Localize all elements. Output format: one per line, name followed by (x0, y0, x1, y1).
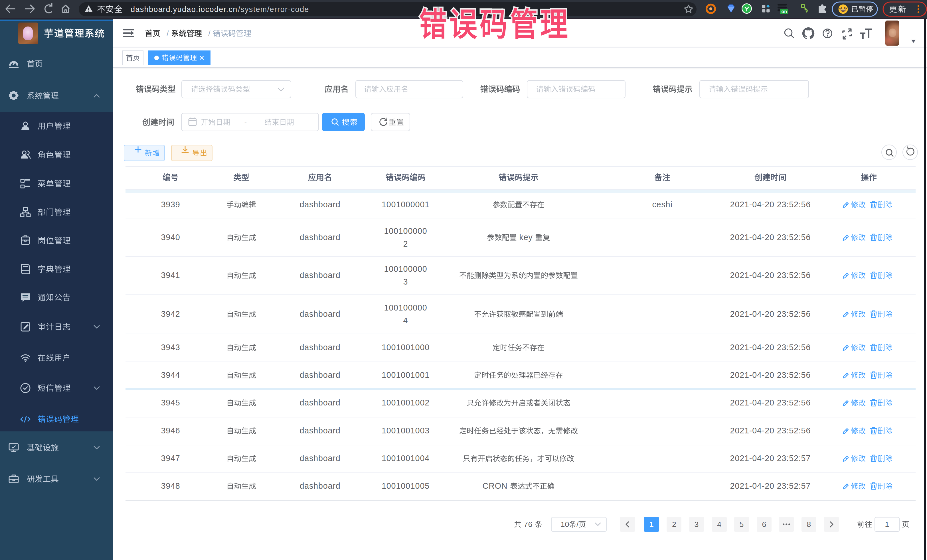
svg-text:dashboard: dashboard (299, 200, 340, 209)
svg-text:3941: 3941 (161, 270, 180, 280)
svg-text:2021-04-20 23:52:57: 2021-04-20 23:52:57 (730, 481, 811, 490)
svg-text:1001001004: 1001001004 (381, 454, 430, 463)
svg-text:3944: 3944 (161, 370, 180, 379)
svg-text:1001000001: 1001000001 (381, 200, 430, 209)
svg-text:/: / (167, 29, 169, 38)
svg-text:2: 2 (672, 520, 676, 529)
svg-text:2021-04-20 23:52:56: 2021-04-20 23:52:56 (730, 370, 811, 379)
svg-text:dashboard: dashboard (299, 233, 340, 242)
svg-text:3945: 3945 (161, 398, 180, 407)
svg-text:3947: 3947 (161, 454, 180, 463)
svg-text:3939: 3939 (161, 200, 180, 209)
svg-text:CRON: CRON (483, 481, 510, 490)
svg-text:1: 1 (649, 520, 654, 529)
svg-text:on: on (781, 9, 787, 14)
svg-text:2021-04-20 23:52:56: 2021-04-20 23:52:56 (730, 343, 811, 352)
svg-text:2021-04-20 23:52:56: 2021-04-20 23:52:56 (730, 398, 811, 407)
svg-text:ceshi: ceshi (652, 200, 672, 209)
svg-text:dashboard: dashboard (299, 343, 340, 352)
svg-text:3946: 3946 (161, 426, 180, 435)
svg-text:dashboard: dashboard (299, 454, 340, 463)
svg-text:2: 2 (403, 239, 408, 248)
svg-text:76: 76 (521, 520, 535, 529)
svg-text:3: 3 (694, 520, 699, 529)
svg-text:2021-04-20 23:52:56: 2021-04-20 23:52:56 (730, 270, 811, 280)
svg-text:1001001003: 1001001003 (381, 426, 430, 435)
svg-text:2021-04-20 23:52:56: 2021-04-20 23:52:56 (730, 233, 811, 242)
svg-text:100100000: 100100000 (384, 226, 427, 235)
svg-text:3948: 3948 (161, 481, 180, 490)
svg-text:4: 4 (717, 520, 721, 529)
svg-text:-: - (245, 118, 247, 127)
svg-text:3: 3 (403, 277, 408, 286)
svg-text:1001001005: 1001001005 (381, 481, 430, 490)
svg-text:dashboard: dashboard (299, 426, 340, 435)
svg-text:/: / (208, 29, 211, 38)
svg-text:100100000: 100100000 (384, 264, 427, 273)
svg-text:dashboard.yudao.iocoder.cn: dashboard.yudao.iocoder.cn (131, 5, 238, 14)
svg-text:5: 5 (740, 520, 744, 529)
svg-text:1001001001: 1001001001 (381, 370, 430, 379)
svg-text:3940: 3940 (161, 233, 180, 242)
svg-text:dashboard: dashboard (299, 398, 340, 407)
svg-text:8: 8 (807, 520, 811, 529)
svg-text:10: 10 (561, 520, 569, 529)
svg-text:/system/error-code: /system/error-code (238, 5, 309, 14)
svg-text:4: 4 (403, 316, 408, 325)
svg-text:2021-04-20 23:52:56: 2021-04-20 23:52:56 (730, 426, 811, 435)
svg-text:dashboard: dashboard (299, 370, 340, 379)
svg-text:key: key (517, 233, 535, 242)
svg-text:dashboard: dashboard (299, 310, 340, 319)
svg-text:3942: 3942 (161, 310, 180, 319)
svg-text:2021-04-20 23:52:56: 2021-04-20 23:52:56 (730, 310, 811, 319)
svg-text:1001001002: 1001001002 (381, 398, 430, 407)
svg-text:2021-04-20 23:52:56: 2021-04-20 23:52:56 (730, 200, 811, 209)
svg-text:3943: 3943 (161, 343, 180, 352)
svg-text:6: 6 (762, 520, 766, 529)
svg-text:100100000: 100100000 (384, 303, 427, 312)
svg-text:/: / (576, 520, 579, 529)
svg-text:2021-04-20 23:52:57: 2021-04-20 23:52:57 (730, 454, 811, 463)
svg-text:dashboard: dashboard (299, 270, 340, 280)
svg-text:dashboard: dashboard (299, 481, 340, 490)
svg-text:1: 1 (885, 520, 889, 529)
svg-text:1001001000: 1001001000 (381, 343, 430, 352)
